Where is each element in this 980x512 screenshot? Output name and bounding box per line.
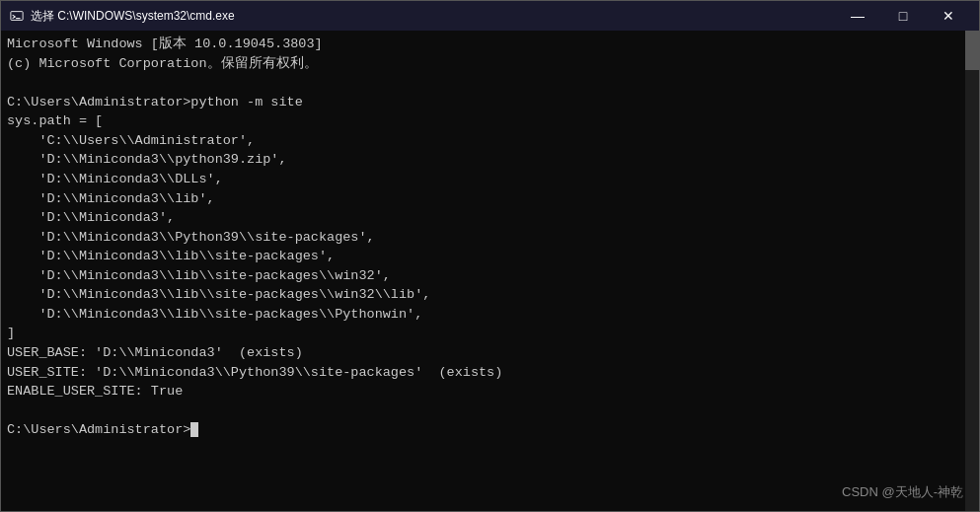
- cursor: [190, 422, 198, 437]
- title-bar: 选择 C:\WINDOWS\system32\cmd.exe — □ ✕: [1, 1, 979, 31]
- maximize-button[interactable]: □: [880, 1, 926, 31]
- cmd-window: 选择 C:\WINDOWS\system32\cmd.exe — □ ✕ Mic…: [0, 0, 980, 512]
- title-controls: — □ ✕: [835, 1, 971, 31]
- terminal-body[interactable]: Microsoft Windows [版本 10.0.19045.3803] (…: [1, 31, 979, 511]
- close-button[interactable]: ✕: [926, 1, 971, 31]
- watermark: CSDN @天地人-神乾: [842, 483, 963, 501]
- terminal-output: Microsoft Windows [版本 10.0.19045.3803] (…: [7, 35, 973, 440]
- title-bar-left: 选择 C:\WINDOWS\system32\cmd.exe: [9, 8, 235, 25]
- window-title: 选择 C:\WINDOWS\system32\cmd.exe: [31, 8, 235, 25]
- cmd-icon: [9, 8, 25, 24]
- scrollbar-thumb[interactable]: [965, 31, 979, 70]
- minimize-button[interactable]: —: [835, 1, 880, 31]
- scrollbar[interactable]: [965, 31, 979, 511]
